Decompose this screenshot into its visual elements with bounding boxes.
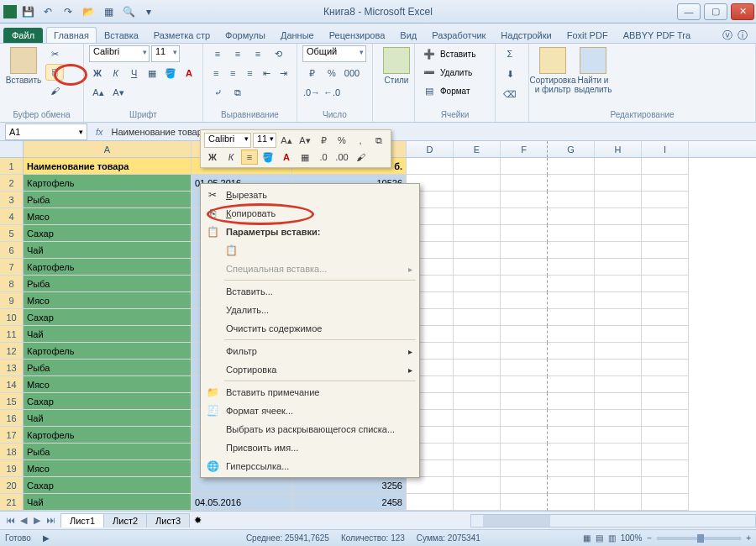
border-icon[interactable]: ▦: [144, 65, 160, 81]
tab-view[interactable]: Вид: [392, 27, 424, 43]
zoom-out-icon[interactable]: −: [647, 533, 652, 543]
cell[interactable]: [642, 360, 689, 376]
cell[interactable]: [642, 427, 689, 444]
cell[interactable]: [595, 444, 642, 460]
cell[interactable]: [454, 444, 501, 460]
minimize-button[interactable]: —: [677, 3, 701, 20]
qat-redo-icon[interactable]: ↷: [59, 3, 77, 21]
cell[interactable]: [454, 309, 501, 326]
row-header[interactable]: 16: [0, 410, 24, 427]
cell[interactable]: [548, 158, 595, 175]
delete-cells-icon[interactable]: ➖: [420, 64, 438, 81]
status-macro-icon[interactable]: ▶: [43, 533, 50, 543]
find-select-button[interactable]: Найти и выделить: [575, 45, 612, 101]
cell[interactable]: [642, 460, 689, 477]
cell[interactable]: Сахар: [24, 225, 192, 242]
row-header[interactable]: 2: [0, 175, 24, 192]
cell[interactable]: Наименование товара: [24, 158, 192, 175]
sheet-nav-last-icon[interactable]: ⏭: [44, 515, 57, 526]
cell[interactable]: [548, 192, 595, 208]
row-header[interactable]: 9: [0, 292, 24, 309]
cell[interactable]: [454, 410, 501, 427]
mt-format-painter-icon[interactable]: 🖌: [352, 150, 369, 165]
cell[interactable]: [548, 460, 595, 477]
tab-pagelayout[interactable]: Разметка стр: [146, 27, 218, 43]
col-header-f[interactable]: F: [501, 141, 548, 157]
cell[interactable]: [595, 158, 642, 175]
cell[interactable]: Рыба: [24, 360, 192, 376]
cell[interactable]: [454, 208, 501, 225]
tab-insert[interactable]: Вставка: [97, 27, 146, 43]
cell[interactable]: [642, 410, 689, 427]
cell[interactable]: Чай: [24, 410, 192, 427]
mt-font-color-icon[interactable]: A: [278, 150, 295, 165]
sheet-tab-2[interactable]: Лист2: [103, 513, 147, 528]
zoom-level[interactable]: 100%: [621, 533, 643, 543]
cell[interactable]: [595, 175, 642, 192]
dec-decimal-icon[interactable]: ←.0: [323, 84, 341, 101]
styles-button[interactable]: Стили: [378, 45, 415, 101]
cell[interactable]: [642, 477, 689, 494]
cell[interactable]: [454, 259, 501, 276]
cell[interactable]: [454, 192, 501, 208]
fx-icon[interactable]: fx: [91, 127, 108, 137]
cell[interactable]: [501, 444, 548, 460]
mt-shrink-font-icon[interactable]: A▾: [297, 133, 313, 148]
zoom-slider[interactable]: [657, 537, 741, 540]
cell[interactable]: [595, 427, 642, 444]
row-header[interactable]: 6: [0, 242, 24, 259]
cut-icon[interactable]: ✂: [45, 45, 64, 62]
cell[interactable]: [642, 292, 689, 309]
cell[interactable]: [454, 225, 501, 242]
cell[interactable]: [642, 343, 689, 360]
cell[interactable]: [595, 460, 642, 477]
row-header[interactable]: 5: [0, 225, 24, 242]
fill-down-icon[interactable]: ⬇: [501, 66, 519, 82]
mt-dec-dec-icon[interactable]: .00: [333, 150, 350, 165]
ctx-delete[interactable]: Удалить...: [201, 301, 419, 319]
cell[interactable]: [595, 292, 642, 309]
ctx-filter[interactable]: Фильтр: [201, 342, 419, 360]
cell[interactable]: Мясо: [24, 376, 192, 393]
cell[interactable]: [501, 477, 548, 494]
col-header-d[interactable]: D: [407, 141, 454, 157]
qat-new-icon[interactable]: ▦: [99, 3, 118, 21]
ribbon-minimize-icon[interactable]: ⓥ: [722, 29, 732, 43]
cell[interactable]: [595, 326, 642, 343]
cell[interactable]: [454, 292, 501, 309]
shrink-font-icon[interactable]: A▾: [109, 84, 128, 101]
mt-bold-icon[interactable]: Ж: [204, 150, 221, 165]
row-header[interactable]: 10: [0, 309, 24, 326]
row-header[interactable]: 11: [0, 326, 24, 343]
cell[interactable]: [454, 158, 501, 175]
align-middle-icon[interactable]: ≡: [228, 45, 247, 62]
cell[interactable]: [501, 276, 548, 292]
cell[interactable]: [642, 192, 689, 208]
cell[interactable]: [501, 460, 548, 477]
cell[interactable]: [595, 225, 642, 242]
cell[interactable]: Чай: [24, 494, 192, 511]
cell[interactable]: [548, 242, 595, 259]
sheet-tab-3[interactable]: Лист3: [146, 513, 190, 528]
cell[interactable]: [501, 343, 548, 360]
clear-icon[interactable]: ⌫: [501, 86, 519, 102]
cell[interactable]: [548, 175, 595, 192]
cell[interactable]: [548, 326, 595, 343]
mt-currency-icon[interactable]: ₽: [315, 133, 332, 148]
cell[interactable]: [642, 208, 689, 225]
col-header-g[interactable]: G: [548, 141, 595, 157]
cell[interactable]: 04.05.2016: [192, 494, 292, 511]
row-header[interactable]: 12: [0, 343, 24, 360]
cell[interactable]: [642, 276, 689, 292]
align-left-icon[interactable]: ≡: [208, 65, 223, 81]
cell[interactable]: [642, 175, 689, 192]
col-header-a[interactable]: A: [24, 141, 192, 157]
cell[interactable]: [501, 192, 548, 208]
select-all-corner[interactable]: [0, 141, 24, 157]
mt-percent-icon[interactable]: %: [333, 133, 350, 148]
cell[interactable]: [595, 276, 642, 292]
qat-undo-icon[interactable]: ↶: [39, 3, 57, 21]
cell[interactable]: [501, 259, 548, 276]
ctx-pick-from-list[interactable]: Выбрать из раскрывающегося списка...: [201, 420, 419, 438]
cell[interactable]: [548, 292, 595, 309]
